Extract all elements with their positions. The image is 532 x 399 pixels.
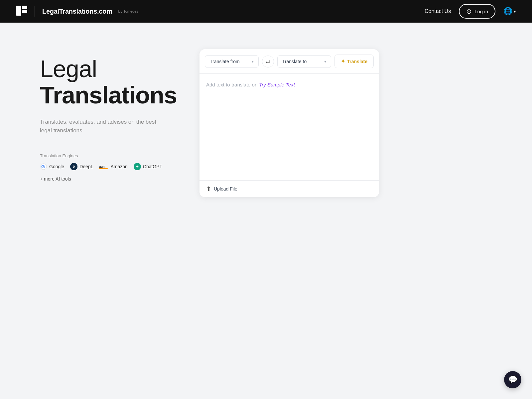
engines-list: G Google D DeepL aws — [40, 163, 180, 182]
engine-google: G Google — [40, 163, 64, 170]
logo-by: By Tomedes — [118, 9, 138, 13]
translate-from-label: Translate from — [210, 59, 240, 64]
engine-amazon: aws Amazon — [99, 163, 127, 170]
upload-file-button[interactable]: ⬆ Upload File — [206, 185, 237, 193]
translate-button[interactable]: ✦ Translate — [334, 55, 374, 68]
placeholder-prefix: Add text to translate or — [206, 82, 256, 87]
engine-deepl: D DeepL — [70, 163, 93, 170]
placeholder-text: Add text to translate or Try Sample Text — [206, 82, 295, 87]
language-selector-button[interactable]: 🌐 ▾ — [503, 7, 516, 16]
engine-chatgpt-label: ChatGPT — [143, 164, 162, 169]
svg-rect-2 — [22, 10, 27, 13]
contact-link[interactable]: Contact Us — [425, 8, 451, 14]
engine-chatgpt: ✦ ChatGPT — [134, 163, 162, 170]
account-icon: ⊙ — [466, 7, 472, 15]
logo-icon — [16, 6, 27, 17]
navbar-right: Contact Us ⊙ Log in 🌐 ▾ — [425, 4, 516, 19]
hero-title-line1: Legal — [40, 56, 97, 82]
google-icon: G — [40, 163, 47, 170]
engine-deepl-label: DeepL — [79, 164, 93, 169]
hero-title-line2: Translations — [40, 82, 177, 108]
hero-title: Legal Translations — [40, 56, 180, 108]
translation-body[interactable]: Add text to translate or Try Sample Text — [200, 74, 379, 180]
translate-btn-label: Translate — [347, 59, 367, 64]
svg-rect-6 — [99, 168, 108, 169]
logo-divider — [35, 6, 35, 17]
main-content: Legal Translations Translates, evaluates… — [0, 23, 532, 197]
right-panel: Translate from ▾ ⇄ Translate to ▾ ✦ Tran… — [200, 49, 379, 197]
engines-section: Translation Engines G Google D — [40, 153, 180, 182]
svg-text:aws: aws — [99, 165, 105, 169]
translation-header: Translate from ▾ ⇄ Translate to ▾ ✦ Tran… — [200, 49, 379, 74]
translation-footer: ⬆ Upload File — [200, 180, 379, 197]
navbar: LegalTranslations.com By Tomedes Contact… — [0, 0, 532, 23]
hero-subtitle: Translates, evaluates, and advises on th… — [40, 118, 160, 135]
chat-bubble-button[interactable]: 💬 — [504, 371, 521, 388]
sparkle-icon: ✦ — [341, 58, 345, 65]
svg-rect-0 — [16, 6, 21, 16]
left-panel: Legal Translations Translates, evaluates… — [40, 49, 180, 182]
globe-icon: 🌐 — [503, 7, 512, 16]
translation-card: Translate from ▾ ⇄ Translate to ▾ ✦ Tran… — [200, 49, 379, 197]
swap-icon: ⇄ — [266, 58, 270, 65]
engine-amazon-label: Amazon — [110, 164, 127, 169]
to-chevron-down-icon: ▾ — [324, 59, 326, 64]
chevron-down-icon: ▾ — [514, 9, 516, 14]
amazon-icon: aws — [99, 163, 108, 170]
swap-languages-button[interactable]: ⇄ — [262, 56, 274, 67]
navbar-logo: LegalTranslations.com By Tomedes — [16, 6, 138, 17]
translate-to-label: Translate to — [282, 59, 307, 64]
more-ai-tools-link[interactable]: + more AI tools — [40, 176, 71, 182]
engines-label: Translation Engines — [40, 153, 180, 158]
translate-from-selector[interactable]: Translate from ▾ — [205, 55, 259, 68]
translate-to-selector[interactable]: Translate to ▾ — [277, 55, 331, 68]
upload-label: Upload File — [214, 186, 237, 192]
chatgpt-icon: ✦ — [134, 163, 141, 170]
login-label: Log in — [474, 9, 488, 14]
login-button[interactable]: ⊙ Log in — [459, 4, 495, 19]
svg-text:G: G — [41, 164, 45, 169]
upload-icon: ⬆ — [206, 185, 211, 193]
chat-icon: 💬 — [508, 375, 517, 384]
from-chevron-down-icon: ▾ — [252, 59, 254, 64]
logo-name: LegalTranslations.com — [42, 8, 112, 15]
sample-text-link[interactable]: Try Sample Text — [259, 82, 295, 87]
engine-google-label: Google — [49, 164, 64, 169]
deepl-icon: D — [70, 163, 77, 170]
svg-rect-1 — [22, 6, 27, 9]
